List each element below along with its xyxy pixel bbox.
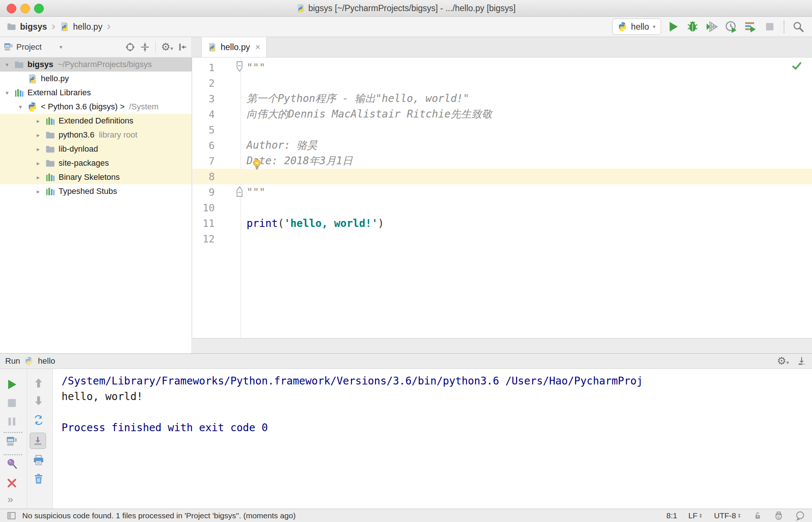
stop-icon[interactable] [6, 397, 18, 409]
soft-wrap-icon[interactable] [33, 414, 44, 426]
close-tab-icon[interactable]: × [255, 42, 260, 52]
close-panel-icon[interactable] [6, 477, 18, 489]
python-file-icon [60, 22, 69, 32]
pause-output-icon[interactable] [6, 416, 18, 427]
chevron-right-icon[interactable]: ▸ [31, 118, 45, 125]
clear-all-icon[interactable] [33, 473, 44, 485]
run-panel-body: » /System/Library/Frameworks/Python.fram… [0, 369, 812, 509]
library-icon [45, 186, 55, 196]
code-line-current[interactable]: 8 [192, 169, 812, 184]
settings-button[interactable]: ⚙▾ [161, 42, 173, 53]
tab-hello-py[interactable]: hello.py × [201, 37, 267, 57]
hector-inspector-icon[interactable] [773, 511, 784, 521]
stop-icon [764, 21, 775, 32]
tree-item-site-packages[interactable]: ▸ site-packages [0, 156, 192, 170]
run-configuration-select[interactable]: hello ▾ [612, 19, 661, 35]
editor-tab-bar: hello.py × [192, 37, 812, 57]
code-line: 7Date: 2018年3月1日 [192, 153, 812, 169]
code-line: 2 [192, 75, 812, 91]
console-line: Process finished with exit code 0 [62, 420, 812, 436]
hide-panel-icon[interactable] [178, 42, 188, 52]
minimize-window-button[interactable] [20, 4, 30, 13]
chevron-down-icon[interactable]: ▾ [59, 44, 62, 50]
chevron-right-icon[interactable]: ▸ [31, 132, 45, 139]
tree-item-external-libraries[interactable]: ▾ External Libraries [0, 86, 192, 100]
tree-item-python-interpreter[interactable]: ▾ < Python 3.6 (bigsys) > /System [0, 100, 192, 114]
stop-button[interactable] [763, 20, 777, 34]
hide-panel-icon[interactable] [796, 356, 807, 366]
debug-button[interactable] [686, 20, 700, 34]
line-separator-widget[interactable]: LF⇕ [689, 511, 703, 520]
tree-item-typeshed-stubs[interactable]: ▸ Typeshed Stubs [0, 184, 192, 198]
python-icon [618, 22, 627, 32]
project-panel-title[interactable]: Project [16, 42, 42, 52]
concurrency-diagram-button[interactable] [743, 20, 757, 34]
tree-item-bigsys[interactable]: ▾ bigsys ~/PycharmProjects/bigsys [0, 57, 192, 72]
down-stack-trace-icon[interactable] [33, 395, 44, 407]
breadcrumb-project[interactable]: bigsys [20, 22, 47, 32]
chevron-down-icon: ▾ [653, 23, 656, 30]
restore-layout-icon[interactable] [6, 436, 18, 447]
collapse-all-icon[interactable] [140, 42, 150, 52]
chevron-right-icon[interactable]: ▸ [31, 160, 45, 167]
console-line: /System/Library/Frameworks/Python.framew… [62, 373, 812, 389]
print-icon[interactable] [33, 454, 44, 466]
breadcrumb-file[interactable]: hello.py [73, 22, 102, 32]
close-window-button[interactable] [7, 4, 16, 13]
run-button[interactable] [666, 20, 680, 34]
chevron-right-icon[interactable]: ▸ [31, 174, 45, 181]
code-line: 12 [192, 231, 812, 247]
event-log-bubble-icon[interactable] [795, 511, 805, 521]
chevron-right-icon[interactable]: ▸ [31, 188, 45, 195]
fold-region-end-icon[interactable] [235, 186, 244, 197]
pin-tab-icon[interactable] [6, 458, 18, 470]
profile-button[interactable] [724, 20, 738, 34]
python-icon [27, 102, 37, 112]
tree-item-hello-py[interactable]: hello.py [0, 72, 192, 86]
library-icon [45, 116, 55, 126]
code-editor[interactable]: 1""" 2 3第一个Python程序 - 输出"hello, world!" … [192, 57, 812, 338]
keyword-print: print [247, 217, 278, 229]
run-with-coverage-button[interactable] [705, 20, 719, 34]
breadcrumb-separator-icon: › [52, 20, 55, 32]
chevron-down-icon[interactable]: ▾ [0, 61, 14, 68]
encoding-widget[interactable]: UTF-8⇕ [714, 511, 742, 520]
project-panel: Project ▾ ⚙▾ ▾ bigsys ~/PycharmProjects/… [0, 37, 192, 353]
more-options-icon[interactable]: » [7, 493, 13, 505]
python-file-icon [296, 4, 305, 13]
run-console[interactable]: /System/Library/Frameworks/Python.framew… [52, 369, 812, 509]
profiler-clock-icon [725, 20, 737, 33]
rerun-icon[interactable] [6, 379, 18, 390]
intention-lightbulb-icon[interactable] [251, 158, 263, 170]
inspections-ok-icon[interactable] [791, 60, 802, 72]
folder-icon [45, 158, 55, 168]
lock-icon[interactable] [753, 511, 762, 521]
chevron-down-icon[interactable]: ▾ [0, 89, 14, 96]
tree-item-lib-dynload[interactable]: ▸ lib-dynload [0, 142, 192, 156]
chevron-down-icon[interactable]: ▾ [13, 103, 27, 110]
tree-item-binary-skeletons[interactable]: ▸ Binary Skeletons [0, 170, 192, 184]
run-panel-title[interactable]: Run [5, 356, 20, 366]
scroll-to-end-button[interactable] [30, 433, 46, 449]
up-stack-trace-icon[interactable] [33, 377, 44, 389]
fold-region-start-icon[interactable] [235, 61, 244, 72]
code-line: 10 [192, 200, 812, 215]
locate-file-icon[interactable] [125, 42, 135, 52]
run-configuration-name: hello [631, 22, 649, 32]
console-line: hello, world! [62, 389, 812, 404]
gear-icon: ⚙ [161, 41, 170, 53]
toolbar-separator [4, 454, 22, 455]
library-icon [45, 172, 55, 182]
run-config-tab-label[interactable]: hello [38, 356, 55, 366]
chevron-right-icon[interactable]: ▸ [31, 146, 45, 153]
zoom-window-button[interactable] [34, 4, 44, 13]
code-line: 11 print('hello, world!') [192, 215, 812, 231]
gear-icon: ⚙ [777, 355, 786, 367]
caret-position-widget[interactable]: 8:1 [666, 511, 677, 520]
run-settings-button[interactable]: ⚙▾ [777, 356, 789, 367]
search-everywhere-button[interactable] [791, 20, 805, 34]
pycharm-window: bigsys [~/PycharmProjects/bigsys] - .../… [0, 0, 812, 522]
toolwindow-toggle-icon[interactable] [7, 511, 16, 521]
tree-item-python3-6[interactable]: ▸ python3.6 library root [0, 128, 192, 142]
tree-item-extended-definitions[interactable]: ▸ Extended Definitions [0, 114, 192, 128]
